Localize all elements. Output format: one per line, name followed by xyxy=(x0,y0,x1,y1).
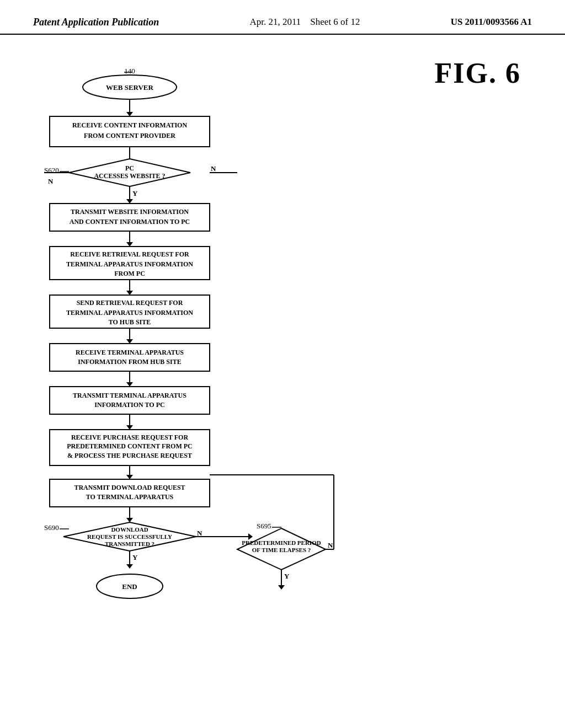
s640-text-line2: TERMINAL APPARATUS INFORMATION xyxy=(66,260,193,268)
page-header: Patent Application Publication Apr. 21, … xyxy=(0,0,565,35)
s670-text-line2: INFORMATION TO PC xyxy=(94,401,164,409)
s690-y-label: Y xyxy=(132,553,138,561)
s695-n-label: N xyxy=(328,541,333,549)
s680-text-line3: & PROCESS THE PURCHASE REQUEST xyxy=(67,452,192,459)
end-oval-text: END xyxy=(122,582,137,591)
s610-text-line2: FROM CONTENT PROVIDER xyxy=(84,132,175,140)
s680-text-line2: PREDETERMINED CONTENT FROM PC xyxy=(67,442,192,450)
s695-label: S695 xyxy=(257,522,271,530)
s650-text-line3: TO HUB SITE xyxy=(109,318,151,326)
svg-marker-47 xyxy=(126,564,133,569)
s660-text-line1: RECEIVE TERMINAL APPARATUS xyxy=(76,349,184,356)
svg-marker-28 xyxy=(126,382,133,387)
s620-n-left: N xyxy=(48,177,54,185)
s630-text-line1: TRANSMIT WEBSITE INFORMATION xyxy=(71,208,189,216)
s690-diamond-line1: DOWNLOAD xyxy=(111,526,148,533)
svg-marker-41 xyxy=(126,518,133,522)
svg-rect-26 xyxy=(50,344,210,371)
s690-diamond-line3: TRANSMITTED ? xyxy=(105,540,154,547)
s680-text-line1: RECEIVE PURCHASE REQUEST FOR xyxy=(71,433,188,441)
diagram-id-label: 140 xyxy=(124,67,135,75)
s630-text-line2: AND CONTENT INFORMATION TO PC xyxy=(70,218,190,226)
flowchart-area: FIG. 6 140 WEB SERVER S610 RECEIVE CONTE… xyxy=(33,57,532,721)
svg-marker-12 xyxy=(126,199,133,204)
figure-label: FIG. 6 xyxy=(435,57,521,89)
header-publication: Patent Application Publication xyxy=(33,17,159,28)
s670-text-line1: TRANSMIT TERMINAL APPARATUS xyxy=(73,392,186,399)
svg-marker-24 xyxy=(126,339,133,344)
s650-text-line2: TERMINAL APPARATUS INFORMATION xyxy=(66,309,193,317)
s620-y-label: Y xyxy=(132,189,138,197)
header-patent-number: US 2011/0093566 A1 xyxy=(451,17,532,28)
s695-diamond-line2: OF TIME ELAPSES ? xyxy=(252,547,311,553)
s620-diamond-line2: ACCESSES WEBSITE ? xyxy=(94,172,165,180)
svg-marker-3 xyxy=(126,112,133,116)
flowchart-svg: 140 WEB SERVER S610 RECEIVE CONTENT INFO… xyxy=(33,57,342,719)
svg-marker-54 xyxy=(278,585,285,590)
s610-text-line1: RECEIVE CONTENT INFORMATION xyxy=(72,121,188,129)
s640-text-line3: FROM PC xyxy=(114,270,145,277)
s690-diamond-line2: REQUEST IS SUCCESSFULLY xyxy=(87,533,172,540)
s650-text-line1: SEND RETRIEVAL REQUEST FOR xyxy=(77,299,183,307)
main-content: FIG. 6 140 WEB SERVER S610 RECEIVE CONTE… xyxy=(0,46,565,728)
web-server-oval-text: WEB SERVER xyxy=(106,83,153,92)
s685-text-line1: TRANSMIT DOWNLOAD REQUEST xyxy=(74,484,185,491)
svg-marker-32 xyxy=(126,425,133,430)
svg-rect-30 xyxy=(50,387,210,414)
s690-n-label: N xyxy=(197,529,202,537)
s695-y-label: Y xyxy=(284,572,290,580)
s620-n-label: N xyxy=(211,164,216,173)
s695-diamond-line1: PREDETERMINED PERIOD xyxy=(242,539,321,546)
svg-marker-16 xyxy=(126,242,133,247)
s620-diamond-line1: PC xyxy=(125,164,134,172)
header-date-sheet: Apr. 21, 2011 Sheet 6 of 12 xyxy=(249,17,360,28)
s660-text-line2: INFORMATION FROM HUB SITE xyxy=(78,358,181,366)
svg-marker-37 xyxy=(126,475,133,479)
svg-marker-20 xyxy=(126,291,133,295)
s640-text-line1: RECEIVE RETRIEVAL REQUEST FOR xyxy=(70,250,189,258)
s690-label: S690 xyxy=(44,523,59,532)
s685-text-line2: TO TERMINAL APPARATUS xyxy=(86,493,174,501)
